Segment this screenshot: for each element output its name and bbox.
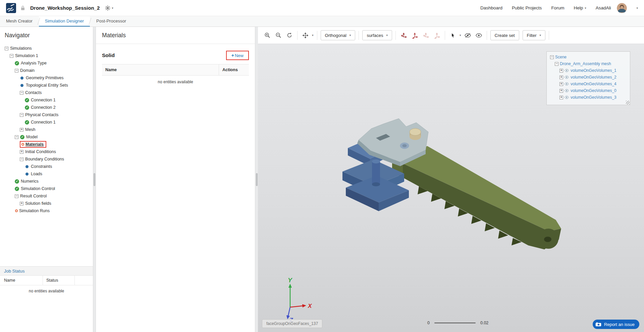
tab-simulation-designer[interactable]: Simulation Designer (39, 16, 90, 27)
project-settings-button[interactable]: ▾ (105, 5, 113, 11)
collapse-icon[interactable]: − (5, 47, 8, 50)
expand-icon[interactable]: + (559, 69, 563, 73)
visibility-eye-icon[interactable] (565, 82, 569, 86)
projection-dropdown[interactable]: Orthogonal ▾ (321, 30, 356, 40)
panel-resizer[interactable] (255, 27, 258, 332)
zoom-out-icon[interactable] (274, 31, 283, 40)
pan-icon[interactable] (301, 31, 310, 40)
expand-icon[interactable]: + (20, 202, 23, 205)
visibility-eye-icon[interactable] (565, 89, 569, 92)
job-status-table-header: Name Status (0, 276, 93, 285)
tree-item-label: Physical Contacts (25, 112, 58, 117)
collapse-icon[interactable]: − (15, 194, 18, 198)
tab-post-processor[interactable]: Post-Processor (90, 16, 132, 27)
3d-canvas[interactable]: −Scene−Drone_Arm_Assembly mesh+volumeOnG… (258, 44, 644, 332)
scene-tree-item-volumeongeovolumes-0[interactable]: +volumeOnGeoVolumes_0 (548, 87, 629, 94)
tree-item-model[interactable]: −✓Model (2, 133, 93, 141)
create-set-button[interactable]: Create set (490, 30, 519, 40)
view-orientation-4-icon[interactable] (432, 31, 441, 40)
tree-item-simulation-control[interactable]: ✓Simulation Control (2, 185, 93, 192)
visibility-eye-icon[interactable] (565, 69, 569, 72)
collapse-icon[interactable]: − (550, 55, 554, 59)
user-avatar[interactable] (617, 3, 627, 13)
render-mode-dropdown[interactable]: surfaces ▾ (362, 30, 392, 40)
resizer-grip[interactable] (256, 173, 258, 186)
filter-dropdown[interactable]: Filter ▾ (523, 30, 545, 40)
tree-item-connection-1[interactable]: ✓Connection 1 (2, 118, 93, 126)
collapse-icon[interactable]: − (15, 135, 18, 139)
overlay-resize-handle[interactable] (626, 101, 630, 104)
tree-item-label: Mesh (25, 127, 36, 132)
expand-icon[interactable]: + (559, 76, 563, 79)
zoom-in-icon[interactable] (263, 31, 272, 40)
chevron-down-icon[interactable]: ▾ (636, 6, 638, 10)
visibility-eye-icon[interactable] (565, 76, 569, 79)
view-orientation-2-icon[interactable] (410, 31, 419, 40)
select-cursor-icon[interactable] (448, 31, 458, 40)
tab-mesh-creator[interactable]: Mesh Creator (0, 16, 39, 27)
scene-tree-item-drone-arm-assembly-mesh[interactable]: −Drone_Arm_Assembly mesh (548, 60, 629, 67)
report-issue-button[interactable]: Report an issue (593, 320, 639, 329)
scene-tree-item-volumeongeovolumes-1[interactable]: +volumeOnGeoVolumes_1 (548, 67, 629, 74)
tree-item-mesh[interactable]: +Mesh (2, 126, 93, 133)
nav-dashboard[interactable]: Dashboard (480, 5, 502, 10)
navigator-panel: Navigator −Simulations−Simulation 1✓Anal… (0, 27, 93, 332)
chevron-down-icon[interactable]: ▾ (312, 34, 314, 37)
tree-item-initial-conditions[interactable]: +Initial Conditions (2, 148, 93, 155)
collapse-icon[interactable]: − (10, 54, 13, 58)
tree-item-result-control[interactable]: −Result Control (2, 192, 93, 200)
expand-icon[interactable]: + (559, 96, 563, 99)
tree-item-topological-entity-sets[interactable]: Topological Entity Sets (2, 82, 93, 89)
panel-resizer[interactable] (93, 27, 96, 332)
show-entity-icon[interactable] (474, 31, 483, 40)
private-lock-icon (21, 5, 25, 10)
expand-icon[interactable]: + (20, 150, 23, 154)
expand-icon[interactable]: + (559, 89, 563, 93)
new-material-button[interactable]: +New (229, 52, 246, 58)
collapse-icon[interactable]: − (20, 157, 23, 161)
job-status-header[interactable]: Job Status (0, 267, 93, 276)
view-orientation-3-icon[interactable] (421, 31, 430, 40)
scene-tree-item-volumeongeovolumes-2[interactable]: +volumeOnGeoVolumes_2 (548, 74, 629, 81)
nav-forum[interactable]: Forum (551, 5, 564, 10)
visibility-eye-icon[interactable] (565, 96, 569, 99)
tree-item-label: volumeOnGeoVolumes_1 (571, 68, 616, 73)
collapse-icon[interactable]: − (20, 91, 23, 95)
tree-item-numerics[interactable]: ✓Numerics (2, 178, 93, 185)
tree-item-domain[interactable]: −Domain (2, 67, 93, 74)
resizer-grip[interactable] (94, 173, 95, 186)
app-logo-icon[interactable] (6, 3, 16, 13)
tree-item-loads[interactable]: Loads (2, 170, 93, 178)
collapse-icon[interactable]: − (20, 113, 23, 117)
tree-item-simulation-1[interactable]: −Simulation 1 (2, 52, 93, 59)
collapse-icon[interactable]: − (15, 69, 18, 73)
nav-username[interactable]: AsadAli (596, 5, 611, 10)
tree-item-solution-fields[interactable]: +Solution fields (2, 200, 93, 207)
tree-item-boundary-conditions[interactable]: −Boundary Conditions (2, 155, 93, 163)
column-actions: Actions (219, 64, 249, 75)
expand-icon[interactable]: + (559, 82, 563, 86)
tree-item-geometry-primitives[interactable]: Geometry Primitives (2, 74, 93, 82)
tree-item-connection-2[interactable]: ✓Connection 2 (2, 104, 93, 111)
dot-status-icon (25, 173, 29, 176)
view-orientation-1-icon[interactable] (399, 31, 408, 40)
tree-item-contacts[interactable]: −Contacts (2, 89, 93, 96)
collapse-icon[interactable]: − (555, 62, 558, 66)
scene-tree-item-volumeongeovolumes-3[interactable]: +volumeOnGeoVolumes_3 (548, 94, 629, 101)
tree-item-connection-1[interactable]: ✓Connection 1 (2, 96, 93, 104)
hide-entity-icon[interactable] (463, 31, 472, 40)
scene-tree-item-scene[interactable]: −Scene (548, 54, 629, 60)
tree-item-simulation-runs[interactable]: Simulation Runs (2, 207, 93, 215)
reset-view-icon[interactable] (285, 31, 294, 40)
expand-icon[interactable]: + (20, 128, 23, 132)
tutorial-highlight-box: +New (226, 51, 249, 60)
tree-item-analysis-type[interactable]: ✓Analysis Type (2, 59, 93, 67)
tree-item-materials[interactable]: Materials (2, 141, 93, 148)
chevron-down-icon[interactable]: ▾ (460, 34, 461, 37)
scene-tree-item-volumeongeovolumes-4[interactable]: +volumeOnGeoVolumes_4 (548, 81, 629, 87)
nav-public-projects[interactable]: Public Projects (512, 5, 542, 10)
tree-item-physical-contacts[interactable]: −Physical Contacts (2, 111, 93, 118)
axis-y-label: Y (288, 277, 293, 284)
tree-item-simulations[interactable]: −Simulations (2, 45, 93, 52)
tree-item-constraints[interactable]: Constraints (2, 163, 93, 170)
